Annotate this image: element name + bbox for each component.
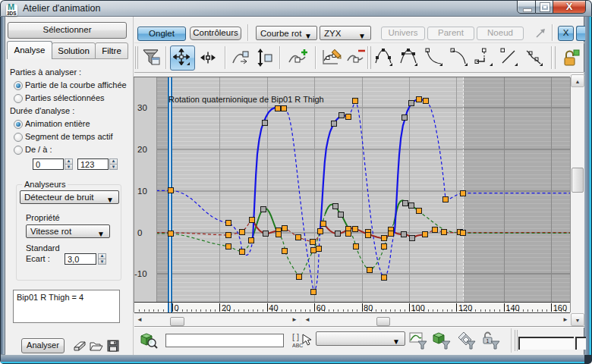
svg-text:0: 0 <box>175 303 179 312</box>
svg-text:100: 100 <box>411 303 425 312</box>
svg-text:10: 10 <box>137 187 147 196</box>
svg-text:0: 0 <box>137 228 142 237</box>
svg-text:160: 160 <box>553 303 567 312</box>
svg-text:120: 120 <box>458 303 472 312</box>
svg-text:80: 80 <box>364 303 373 312</box>
svg-text:30: 30 <box>137 103 147 112</box>
svg-text:140: 140 <box>505 303 519 312</box>
svg-text:ABC: ABC <box>292 343 303 348</box>
svg-text:[ ]: [ ] <box>292 332 299 341</box>
svg-text:-10: -10 <box>134 269 147 278</box>
svg-text:20: 20 <box>222 303 231 312</box>
svg-text:1: 1 <box>487 338 490 344</box>
svg-text:20: 20 <box>137 145 147 154</box>
svg-text:60: 60 <box>316 303 326 312</box>
svg-text:40: 40 <box>269 303 278 312</box>
svg-text:Rotation quaternionique de Bip: Rotation quaternionique de Bip01 R Thigh <box>168 95 324 104</box>
